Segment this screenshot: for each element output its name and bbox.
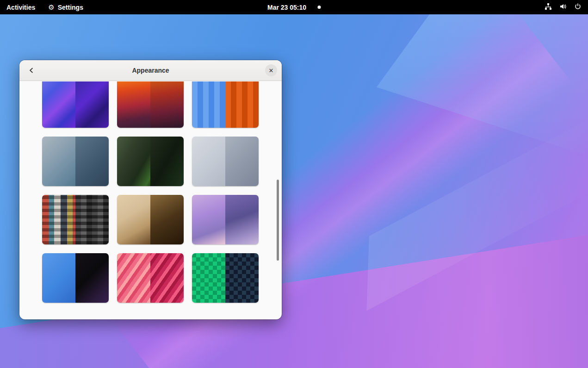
chevron-left-icon bbox=[28, 67, 35, 74]
back-button[interactable] bbox=[24, 63, 39, 78]
wallpaper-dark-half bbox=[150, 253, 184, 303]
activities-label: Activities bbox=[6, 4, 35, 11]
wallpaper-light-half bbox=[42, 253, 75, 303]
window-title: Appearance bbox=[19, 67, 282, 74]
activities-button[interactable]: Activities bbox=[0, 0, 42, 14]
wallpaper-thumbnail-blue-black[interactable] bbox=[42, 253, 109, 303]
settings-label: Settings bbox=[58, 4, 83, 11]
vertical-scrollbar[interactable] bbox=[277, 180, 279, 261]
wallpaper-grid bbox=[19, 81, 282, 303]
wallpaper-thumbnail-green-checker[interactable] bbox=[192, 253, 259, 303]
wallpaper-dark-half bbox=[150, 81, 184, 128]
wallpaper-thumbnail-feather[interactable] bbox=[192, 195, 259, 244]
clock-menu[interactable]: Mar 23 05:10 bbox=[267, 4, 321, 11]
wallpaper-light-half bbox=[117, 195, 150, 244]
wallpaper-dark-half bbox=[225, 81, 259, 128]
wallpaper-dark-half bbox=[225, 137, 259, 186]
settings-window: Appearance ✕ bbox=[19, 60, 282, 319]
wallpaper-thumbnail-dunes[interactable] bbox=[117, 195, 184, 244]
wallpaper-light-half bbox=[117, 253, 150, 303]
wallpaper-light-half bbox=[42, 195, 75, 244]
wallpaper-dark-half bbox=[150, 137, 184, 186]
wallpaper-thumbnail-keycaps[interactable] bbox=[42, 195, 109, 244]
wallpaper-dark-half bbox=[75, 195, 109, 244]
network-wired-icon bbox=[545, 3, 552, 12]
wallpaper-light-half bbox=[42, 137, 75, 186]
wallpaper-dark-half bbox=[75, 81, 109, 128]
wallpaper-thumbnail-pixels-purple[interactable] bbox=[42, 81, 109, 128]
close-icon: ✕ bbox=[269, 67, 274, 74]
wallpaper-thumbnail-pink-chains[interactable] bbox=[117, 253, 184, 303]
wallpaper-scroll-area[interactable] bbox=[19, 81, 282, 319]
clock-label: Mar 23 05:10 bbox=[267, 4, 306, 11]
wallpaper-dark-half bbox=[75, 137, 109, 186]
wallpaper-thumbnail-dark-green[interactable] bbox=[117, 137, 184, 186]
header-bar: Appearance ✕ bbox=[19, 60, 282, 81]
wallpaper-thumbnail-light-grey[interactable] bbox=[192, 137, 259, 186]
media-indicator-dot bbox=[317, 6, 321, 9]
wallpaper-thumbnail-drips[interactable] bbox=[192, 81, 259, 128]
wallpaper-light-half bbox=[42, 81, 75, 128]
volume-icon bbox=[559, 3, 567, 12]
settings-app-indicator[interactable]: ⚙ Settings bbox=[42, 0, 90, 14]
wallpaper-light-half bbox=[117, 137, 150, 186]
wallpaper-dark-half bbox=[225, 253, 259, 303]
top-bar: Activities ⚙ Settings Mar 23 05:10 bbox=[0, 0, 588, 14]
wallpaper-light-half bbox=[192, 253, 225, 303]
wallpaper-dark-half bbox=[75, 253, 109, 303]
wallpaper-dark-half bbox=[225, 195, 259, 244]
gear-icon: ⚙ bbox=[48, 4, 54, 11]
wallpaper-thumbnail-waves-red[interactable] bbox=[117, 81, 184, 128]
power-icon bbox=[574, 3, 582, 12]
wallpaper-light-half bbox=[192, 195, 225, 244]
wallpaper-dark-half bbox=[150, 195, 184, 244]
system-status-area[interactable] bbox=[538, 0, 588, 14]
wallpaper-light-half bbox=[192, 137, 225, 186]
wallpaper-light-half bbox=[117, 81, 150, 128]
close-button[interactable]: ✕ bbox=[265, 64, 277, 76]
wallpaper-light-half bbox=[192, 81, 225, 128]
wallpaper-thumbnail-fractal[interactable] bbox=[42, 137, 109, 186]
